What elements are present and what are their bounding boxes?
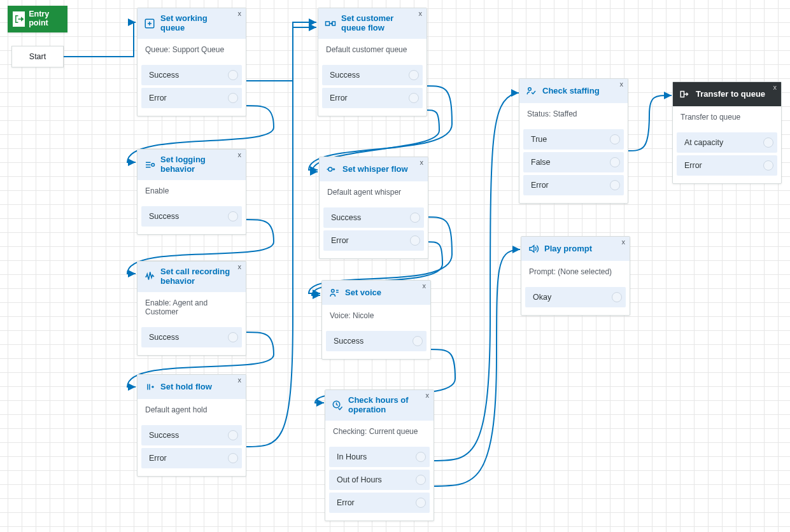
staffing-check-icon xyxy=(526,85,537,97)
node-desc: Checking: Current queue xyxy=(325,421,434,442)
output-success[interactable]: Success xyxy=(326,331,427,351)
output-error[interactable]: Error xyxy=(322,88,423,108)
node-header[interactable]: Set customer queue flow x xyxy=(318,8,427,39)
close-icon[interactable]: x xyxy=(423,282,427,290)
close-icon[interactable]: x xyxy=(238,10,242,17)
node-desc: Default agent whisper xyxy=(320,181,428,203)
output-success[interactable]: Success xyxy=(141,65,242,85)
node-title: Set customer queue flow xyxy=(341,14,420,33)
port-icon[interactable] xyxy=(409,93,419,103)
close-icon[interactable]: x xyxy=(420,158,424,166)
node-header[interactable]: Set call recording behavior x xyxy=(138,262,246,292)
port-icon[interactable] xyxy=(228,211,238,221)
port-icon[interactable] xyxy=(416,452,426,462)
port-icon[interactable] xyxy=(228,332,238,342)
close-icon[interactable]: x xyxy=(238,151,242,158)
close-icon[interactable]: x xyxy=(622,238,626,246)
node-header[interactable]: Set voice x xyxy=(322,281,430,305)
transfer-queue-icon xyxy=(679,88,691,100)
close-icon[interactable]: x xyxy=(238,263,242,270)
output-error[interactable]: Error xyxy=(141,88,242,108)
node-transfer-to-queue[interactable]: Transfer to queue x Transfer to queue At… xyxy=(672,81,782,184)
port-icon[interactable] xyxy=(610,157,620,167)
output-error[interactable]: Error xyxy=(323,230,424,251)
output-success[interactable]: Success xyxy=(141,327,242,347)
output-false[interactable]: False xyxy=(523,152,624,172)
node-check-hours[interactable]: Check hours of operation x Checking: Cur… xyxy=(325,389,434,521)
start-node[interactable]: Start xyxy=(11,46,64,67)
output-error[interactable]: Error xyxy=(329,493,430,513)
output-okay[interactable]: Okay xyxy=(525,287,626,307)
node-set-working-queue[interactable]: Set working queue x Queue: Support Queue… xyxy=(137,8,246,116)
node-title: Set hold flow xyxy=(160,382,220,392)
clock-check-icon xyxy=(332,400,343,411)
svg-point-5 xyxy=(332,290,335,293)
node-desc: Voice: Nicole xyxy=(322,305,430,326)
gear-list-icon xyxy=(144,159,155,171)
whisper-icon xyxy=(326,164,337,175)
output-success[interactable]: Success xyxy=(323,207,424,228)
node-header[interactable]: Check hours of operation x xyxy=(325,390,434,421)
node-set-logging-behavior[interactable]: Set logging behavior x Enable Success xyxy=(137,149,246,235)
svg-point-7 xyxy=(528,88,532,91)
port-icon[interactable] xyxy=(763,160,773,171)
node-title: Set working queue xyxy=(160,14,239,33)
close-icon[interactable]: x xyxy=(773,83,777,91)
node-desc: Status: Staffed xyxy=(519,103,628,125)
node-header[interactable]: Set whisper flow x xyxy=(320,157,428,181)
port-icon[interactable] xyxy=(763,137,773,148)
output-error[interactable]: Error xyxy=(523,175,624,195)
port-icon[interactable] xyxy=(228,453,238,463)
node-set-customer-queue-flow[interactable]: Set customer queue flow x Default custom… xyxy=(318,8,427,116)
port-icon[interactable] xyxy=(610,134,620,144)
node-title: Check hours of operation xyxy=(348,396,427,415)
port-icon[interactable] xyxy=(410,235,420,246)
node-set-hold-flow[interactable]: Set hold flow x Default agent hold Succe… xyxy=(137,374,246,477)
output-success[interactable]: Success xyxy=(322,65,423,85)
node-header[interactable]: Check staffing x xyxy=(519,79,628,103)
svg-point-4 xyxy=(328,167,332,171)
port-icon[interactable] xyxy=(409,70,419,80)
node-header[interactable]: Set hold flow x xyxy=(138,375,246,399)
output-success[interactable]: Success xyxy=(141,425,242,445)
queue-plus-icon xyxy=(144,18,155,29)
port-icon[interactable] xyxy=(416,498,426,508)
port-icon[interactable] xyxy=(228,430,238,440)
output-error[interactable]: Error xyxy=(141,448,242,468)
output-true[interactable]: True xyxy=(523,129,624,150)
node-title: Set whisper flow xyxy=(342,165,416,174)
close-icon[interactable]: x xyxy=(620,80,624,88)
node-set-whisper-flow[interactable]: Set whisper flow x Default agent whisper… xyxy=(319,157,428,259)
node-title: Set call recording behavior xyxy=(160,267,239,286)
svg-rect-3 xyxy=(332,22,335,25)
voice-person-icon xyxy=(328,287,340,298)
port-icon[interactable] xyxy=(410,213,420,223)
port-icon[interactable] xyxy=(610,180,620,190)
node-check-staffing[interactable]: Check staffing x Status: Staffed True Fa… xyxy=(519,78,628,204)
node-header[interactable]: Set working queue x xyxy=(138,8,246,39)
entry-point[interactable]: Entry point xyxy=(8,6,67,32)
close-icon[interactable]: x xyxy=(419,10,423,17)
output-at-capacity[interactable]: At capacity xyxy=(677,132,777,153)
node-header[interactable]: Transfer to queue x xyxy=(673,82,781,106)
port-icon[interactable] xyxy=(228,70,238,80)
output-out-of-hours[interactable]: Out of Hours xyxy=(329,470,430,490)
port-icon[interactable] xyxy=(612,292,622,302)
node-play-prompt[interactable]: Play prompt x Prompt: (None selected) Ok… xyxy=(521,236,630,316)
speaker-icon xyxy=(528,243,539,255)
node-header[interactable]: Set logging behavior x xyxy=(138,150,246,180)
output-error[interactable]: Error xyxy=(677,155,777,176)
port-icon[interactable] xyxy=(413,336,423,346)
node-header[interactable]: Play prompt x xyxy=(521,237,630,261)
port-icon[interactable] xyxy=(416,475,426,485)
node-set-call-recording[interactable]: Set call recording behavior x Enable: Ag… xyxy=(137,261,246,356)
node-set-voice[interactable]: Set voice x Voice: Nicole Success xyxy=(321,280,431,360)
node-title: Transfer to queue xyxy=(696,90,773,99)
output-success[interactable]: Success xyxy=(141,206,242,227)
close-icon[interactable]: x xyxy=(238,376,242,384)
node-desc: Default agent hold xyxy=(138,399,246,421)
close-icon[interactable]: x xyxy=(426,391,430,399)
node-title: Play prompt xyxy=(544,244,600,254)
output-in-hours[interactable]: In Hours xyxy=(329,447,430,467)
port-icon[interactable] xyxy=(228,93,238,103)
